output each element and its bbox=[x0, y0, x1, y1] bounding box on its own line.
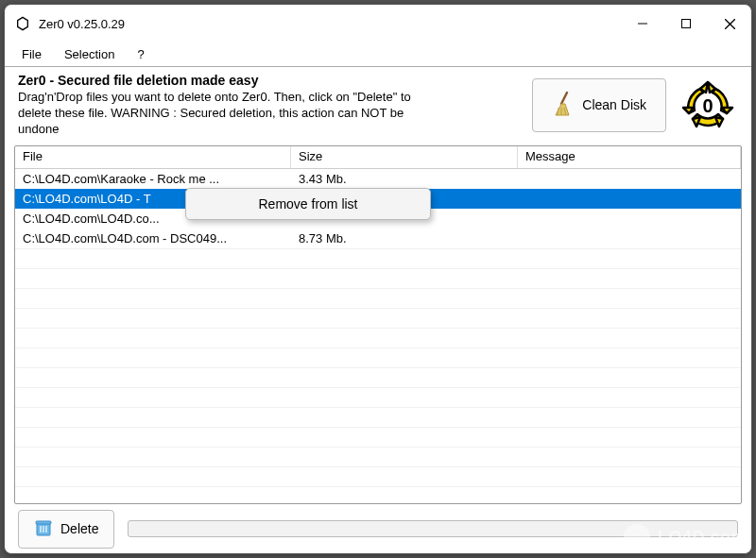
menubar: File Selection ? bbox=[5, 42, 751, 67]
cell-file: C:\LO4D.com\Karaoke - Rock me ... bbox=[15, 172, 291, 186]
delete-label: Delete bbox=[60, 521, 98, 536]
svg-rect-15 bbox=[36, 521, 51, 524]
cell-file: C:\LO4D.com\LO4D.com - DSC049... bbox=[15, 231, 291, 245]
empty-row bbox=[15, 268, 741, 288]
delete-icon bbox=[34, 518, 53, 540]
clean-disk-label: Clean Disk bbox=[582, 97, 646, 112]
empty-row bbox=[15, 248, 741, 268]
delete-button[interactable]: Delete bbox=[18, 510, 114, 549]
menu-selection[interactable]: Selection bbox=[55, 45, 124, 63]
empty-row bbox=[15, 486, 741, 504]
empty-row bbox=[15, 328, 741, 347]
logo-text: 0 bbox=[702, 95, 713, 116]
empty-row bbox=[15, 308, 741, 328]
empty-row bbox=[15, 466, 741, 486]
empty-row bbox=[15, 367, 741, 387]
empty-row bbox=[15, 288, 741, 308]
app-icon bbox=[14, 15, 31, 32]
svg-line-4 bbox=[561, 93, 567, 104]
empty-row bbox=[15, 427, 741, 447]
cell-size: 3.43 Mb. bbox=[291, 172, 518, 186]
window-title: Zer0 v0.25.0.29 bbox=[39, 17, 125, 31]
column-header-file[interactable]: File bbox=[15, 146, 291, 168]
cell-size: 8.73 Mb. bbox=[291, 231, 518, 245]
footer: Delete bbox=[5, 504, 751, 553]
header: Zer0 - Secured file deletion made easy D… bbox=[5, 67, 751, 145]
file-list[interactable]: File Size Message C:\LO4D.com\Karaoke - … bbox=[14, 145, 742, 504]
empty-row bbox=[15, 347, 741, 367]
table-row[interactable]: C:\LO4D.com\Karaoke - Rock me ... 3.43 M… bbox=[15, 169, 741, 189]
titlebar[interactable]: Zer0 v0.25.0.29 bbox=[5, 5, 751, 42]
column-headers: File Size Message bbox=[15, 146, 741, 169]
svg-marker-13 bbox=[715, 117, 723, 127]
close-button[interactable] bbox=[708, 8, 751, 39]
header-description: Drag'n'Drop files you want to delete ont… bbox=[18, 90, 434, 138]
progress-bar bbox=[128, 520, 738, 537]
clean-disk-button[interactable]: Clean Disk bbox=[532, 78, 666, 132]
column-header-message[interactable]: Message bbox=[518, 146, 741, 168]
broom-icon bbox=[552, 91, 573, 120]
context-menu: Remove from list bbox=[185, 188, 431, 220]
header-text: Zer0 - Secured file deletion made easy D… bbox=[18, 73, 521, 138]
context-menu-remove[interactable]: Remove from list bbox=[189, 192, 427, 216]
menu-file[interactable]: File bbox=[12, 45, 51, 63]
empty-row bbox=[15, 447, 741, 466]
svg-marker-12 bbox=[693, 117, 700, 127]
empty-row bbox=[15, 387, 741, 407]
minimize-button[interactable] bbox=[621, 8, 664, 39]
maximize-button[interactable] bbox=[664, 8, 708, 39]
svg-rect-1 bbox=[682, 20, 691, 28]
app-window: Zer0 v0.25.0.29 File Selection ? Zer0 - … bbox=[4, 4, 752, 554]
table-row[interactable]: C:\LO4D.com\LO4D.com - DSC049... 8.73 Mb… bbox=[15, 228, 741, 248]
header-title: Zer0 - Secured file deletion made easy bbox=[18, 73, 521, 88]
column-header-size[interactable]: Size bbox=[291, 146, 518, 168]
menu-help[interactable]: ? bbox=[128, 45, 153, 63]
empty-row bbox=[15, 407, 741, 427]
app-logo: 0 bbox=[678, 78, 738, 131]
